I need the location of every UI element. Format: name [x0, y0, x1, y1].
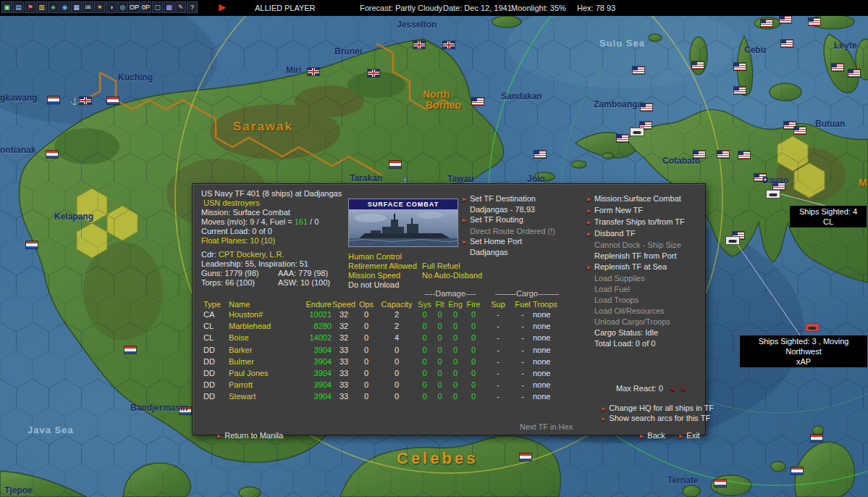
next-tf-in-hex-button[interactable]: Next TF in Hex [520, 422, 573, 431]
cell-speed: 33 [332, 346, 356, 354]
tf-info-current-load-0-of-0: Current Load: 0 of 0 [201, 227, 342, 236]
col-header-speed: Speed [332, 300, 356, 309]
toggle-retirement-allowed[interactable]: Retirement AllowedFull Refuel [348, 262, 482, 271]
transfer-ships-to-from-tf-button[interactable]: ►Transfer Ships to/from TF [586, 217, 685, 228]
replenish-tf-from-port-label: Replenish TF from Port [586, 251, 685, 262]
intel-icon[interactable]: ◎ [117, 1, 128, 13]
toggle-mission-speed[interactable]: Mission SpeedNo Auto-Disband [348, 271, 482, 280]
ship-row-stewart: DDStewart390433000000--none [203, 390, 570, 402]
tf-info-cdr: Cdr: CPT Dockery, L.R. [201, 250, 342, 259]
cell-endure: 3904 [299, 369, 332, 377]
cell-name[interactable]: Paul Jones [229, 369, 299, 377]
cell-fire: 0 [463, 346, 484, 354]
cell-fire: 0 [463, 369, 484, 377]
tf-class-image: SURFACE COMBAT [348, 199, 458, 247]
col-header-sys: Sys [417, 300, 432, 309]
top-toolbar: ▣▤⚑▥♣◉▦✉☀◑◎OP0P▢▩✎? ▶ ALLIED PLAYER Fore… [0, 0, 868, 16]
us-flag [773, 183, 785, 190]
globe-icon[interactable]: ◉ [59, 1, 70, 13]
moon-icon[interactable]: ◑ [106, 1, 117, 13]
nl-flag [48, 96, 59, 104]
cell-troops: none [533, 357, 570, 366]
cell-sup: - [484, 346, 513, 354]
cell-name[interactable]: Stewart [229, 392, 299, 401]
form-new-tf-button[interactable]: ►Form New TF [586, 205, 685, 217]
max-react-control: Max React: 0 ◄ ► [616, 384, 688, 393]
ship-marker[interactable] [630, 128, 644, 136]
ship-marker[interactable] [725, 236, 740, 245]
ops-icon[interactable]: OP [129, 1, 140, 13]
mission-surface-combat-button[interactable]: ►Mission:Surface Combat [586, 193, 685, 205]
moonlight-label: Moonlight: 35% [511, 4, 566, 12]
cell-fuel: - [513, 310, 533, 319]
game-screen: ▣▤⚑▥♣◉▦✉☀◑◎OP0P▢▩✎? ▶ ALLIED PLAYER Fore… [0, 0, 868, 497]
back-button[interactable]: ►Back [625, 422, 665, 448]
cell-flt: 0 [432, 346, 447, 354]
disband-tf-button[interactable]: ►Disband TF [586, 228, 685, 240]
max-react-up-button[interactable]: ► [681, 385, 688, 393]
cell-eng: 0 [447, 380, 463, 389]
cell-capacity: 2 [376, 310, 417, 319]
tf-image-caption: SURFACE COMBAT [349, 199, 458, 209]
tree-icon[interactable]: ♣ [48, 1, 59, 13]
cell-capacity: 0 [376, 380, 417, 389]
direct-route-ordered-label: Direct Route Ordered (!) [461, 226, 555, 236]
cell-capacity: 4 [376, 333, 417, 342]
cell-name[interactable]: Bulmer [229, 357, 299, 366]
tf-info-usn-destroyers: USN destroyers [201, 199, 342, 208]
col-header-ops: Ops [356, 300, 376, 309]
save-icon[interactable]: ▤ [13, 1, 24, 13]
sun-icon[interactable]: ☀ [94, 1, 105, 13]
cell-troops: none [533, 346, 570, 354]
mail-icon[interactable]: ✉ [83, 1, 93, 13]
cell-name[interactable]: Barker [229, 346, 299, 354]
cell-capacity: 0 [376, 346, 417, 354]
cell-sys: 0 [417, 322, 432, 330]
set-home-port-button[interactable]: ►Set Home Port [461, 236, 555, 247]
cell-sup: - [484, 392, 513, 401]
flag-icon[interactable]: ⚑ [25, 1, 35, 13]
cell-name[interactable]: Parrott [229, 380, 299, 389]
cell-sup: - [484, 369, 513, 377]
ops-alt-icon[interactable]: 0P [140, 1, 151, 13]
enemy-ship-marker[interactable] [805, 323, 819, 332]
help-icon[interactable]: ? [187, 1, 198, 13]
ship-row-barker: DDBarker390433000000--none [203, 344, 570, 356]
window-icon[interactable]: ▢ [152, 1, 163, 13]
us-flag [761, 20, 772, 27]
forecast-label: Forecast: Partly Cloudy [360, 4, 442, 12]
cell-sup: - [484, 310, 513, 319]
cell-ops: 0 [356, 369, 376, 377]
grid-icon[interactable]: ▩ [164, 1, 174, 13]
tf-info-moves-m-o-9-4-fuel: Moves (m/o): 9 / 4, Fuel = 161 / 0 [201, 217, 342, 227]
set-tf-routing-button[interactable]: ►Set TF Routing [461, 214, 555, 225]
action-arrow-icon: ► [678, 433, 686, 440]
cell-speed: 33 [332, 392, 356, 401]
nl-flag [791, 467, 803, 475]
action-arrow-icon: ► [586, 217, 594, 228]
nl-flag [125, 346, 136, 354]
ship-marker[interactable] [766, 190, 780, 199]
notes-icon[interactable]: ✎ [175, 1, 186, 13]
cell-sup: - [484, 380, 513, 389]
run-turn-icon[interactable]: ▶ [216, 1, 228, 13]
set-tf-destination-button[interactable]: ►Set TF Destination [461, 193, 555, 204]
cell-flt: 0 [432, 322, 447, 330]
cell-type: DD [203, 357, 229, 366]
cell-name[interactable]: Houston# [229, 310, 299, 319]
col-header-name: Name [229, 300, 299, 309]
max-react-down-button[interactable]: ◄ [668, 385, 675, 393]
disk-icon[interactable]: ▦ [71, 1, 82, 13]
replenish-tf-at-sea-button[interactable]: ►Replenish TF at Sea [586, 262, 685, 273]
cell-name[interactable]: Boise [229, 333, 299, 342]
cell-name[interactable]: Marblehead [229, 322, 299, 330]
monitor-icon[interactable]: ▣ [1, 1, 12, 13]
cell-fire: 0 [463, 310, 484, 319]
return-to-manila-button[interactable]: ►Return to Manila [203, 422, 283, 448]
exit-button[interactable]: ►Exit [665, 422, 700, 448]
cell-ops: 0 [356, 392, 376, 401]
chart-icon[interactable]: ▥ [36, 1, 47, 13]
us-flag [734, 63, 746, 70]
ship-row-parrott: DDParrott390433000000--none [203, 379, 570, 390]
cell-endure: 3904 [299, 392, 332, 401]
